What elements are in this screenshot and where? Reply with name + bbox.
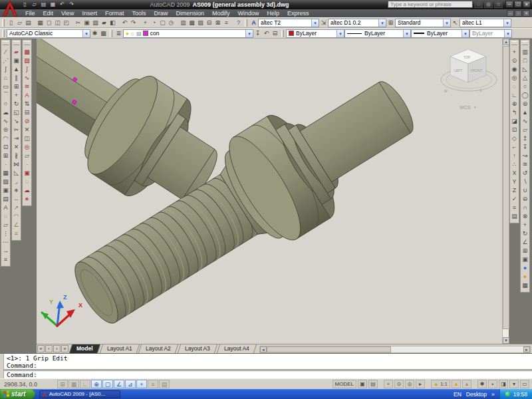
layer-states-icon[interactable]: ⊟ [271, 29, 279, 38]
dim-radius-icon[interactable]: ◠ [12, 211, 21, 220]
continuous-orbit-icon[interactable]: ◌ [510, 82, 519, 90]
prev-tab-button[interactable]: ‹ [45, 345, 53, 352]
search-icon[interactable]: ◌ [474, 1, 483, 8]
otrack-toggle[interactable]: ∠ [114, 380, 124, 388]
point-style-icon[interactable]: ∙ [23, 160, 31, 168]
drawing-viewport[interactable]: W S TOP LEFT FRONT WCS ▾ Z Y [37, 39, 502, 344]
horizontal-scrollbar[interactable]: ◄ ► [259, 346, 531, 353]
viewcube-wcs-menu[interactable]: WCS [460, 105, 471, 110]
sphere-icon[interactable]: ○ [521, 82, 529, 90]
ucs-icon[interactable]: ∟ [510, 90, 519, 99]
extrude-icon[interactable]: ↥ [521, 134, 529, 142]
polar-toggle[interactable]: ⊕ [91, 380, 102, 388]
workspace-combo[interactable]: AutoCAD Classic▾ [7, 29, 90, 38]
steering-wheel-icon[interactable]: ◎ [405, 380, 414, 388]
dim-aligned-icon[interactable]: ↗ [12, 203, 21, 211]
revolve-icon[interactable]: ↺ [521, 168, 529, 177]
interface-icon[interactable]: ◨ [499, 380, 508, 388]
layout-space-icon[interactable]: ▤ [368, 380, 378, 388]
save-icon[interactable]: ▤ [40, 1, 47, 8]
osnap-toggle[interactable]: ▢ [102, 380, 113, 388]
quick-dim-icon[interactable]: ≡ [12, 229, 21, 237]
dim-angular-icon[interactable]: ∠ [12, 220, 21, 229]
infocenter-search-input[interactable] [388, 1, 473, 8]
view-ucs-icon[interactable]: ◇ [510, 134, 519, 142]
box-icon[interactable]: □ [521, 56, 529, 65]
world-ucs-icon[interactable]: ⊕ [510, 99, 519, 108]
scroll-left-arrow[interactable]: ◄ [260, 346, 267, 352]
layer-on-icon[interactable]: ● [126, 31, 129, 37]
rectangle-icon[interactable]: ▭ [1, 82, 10, 90]
sheetset-manager-icon[interactable]: ⊟ [205, 19, 213, 27]
ortho-toggle[interactable]: ∟ [80, 380, 90, 388]
showmotion-icon[interactable]: ▸ [416, 380, 425, 388]
polygon-icon[interactable]: ⌂ [1, 73, 10, 82]
redo-icon[interactable]: ↷ [129, 19, 138, 27]
viewcube-left-face[interactable]: LEFT [454, 68, 462, 72]
cut-icon[interactable]: ✂ [74, 19, 82, 27]
edit-spline-icon[interactable]: ∿ [23, 73, 31, 82]
trim-icon[interactable]: ✂ [12, 125, 21, 134]
table-style-combo[interactable]: Standard▾ [395, 19, 451, 27]
edit-multiline-icon[interactable]: ≋ [23, 82, 31, 90]
gradient-icon[interactable]: ▨ [1, 177, 10, 186]
pan-icon[interactable]: + [141, 19, 150, 27]
measure-icon[interactable]: ⋯ [1, 237, 10, 246]
offset-icon[interactable]: ∥ [12, 73, 21, 82]
zoom-realtime-icon[interactable]: ⊙ [510, 56, 519, 65]
autocad-logo-icon[interactable] [1, 0, 19, 17]
origin-ucs-icon[interactable]: ⌐ [510, 142, 519, 151]
draw-order-icon[interactable]: ▩ [23, 47, 31, 56]
free-orbit-icon[interactable]: ◎ [510, 73, 519, 82]
viewcube-top-face[interactable]: TOP [464, 55, 471, 59]
publish-icon[interactable]: ◫ [53, 19, 62, 27]
command-line-window[interactable]: <1>: 1 Grip Edit Command: Command: [0, 353, 532, 378]
command-splitter[interactable] [4, 369, 532, 371]
lineweight-combo[interactable]: ByLayer▾ [411, 29, 469, 38]
subtract-icon[interactable]: ⊖ [521, 194, 529, 203]
layer-lock-icon[interactable]: ▤ [136, 31, 142, 37]
help-icon[interactable]: ? [234, 19, 243, 27]
first-tab-button[interactable]: « [37, 345, 45, 352]
viewcube[interactable]: W S TOP LEFT FRONT WCS ▾ [441, 49, 497, 110]
slice-icon[interactable]: ∖ [521, 177, 529, 186]
interfere-icon[interactable]: ⊗ [521, 211, 529, 220]
3d-move-icon[interactable]: + [521, 220, 529, 229]
extend-icon[interactable]: ⇥ [12, 134, 21, 142]
edit-polyline-icon[interactable]: ʃ [23, 65, 31, 73]
last-tab-button[interactable]: » [61, 345, 68, 352]
named-ucs-icon[interactable]: ≡ [510, 203, 519, 211]
cylinder-icon[interactable]: ◯ [521, 90, 529, 99]
mdi-close-button[interactable]: ✕ [523, 10, 530, 17]
intersect-icon[interactable]: ∩ [521, 203, 529, 211]
scroll-thumb[interactable] [503, 46, 509, 329]
clean-screen-button[interactable]: ▭ [520, 380, 529, 388]
vertical-scrollbar[interactable]: ▲ ▼ [502, 39, 509, 344]
ray-icon[interactable]: → [1, 246, 10, 255]
make-object-layer-current-icon[interactable]: ↧ [253, 29, 262, 38]
dim-linear-icon[interactable]: ↔ [12, 194, 21, 203]
block-editor-icon[interactable]: ◧ [108, 19, 117, 27]
undo-icon[interactable]: ↶ [59, 1, 66, 8]
materials-icon[interactable]: ▦ [521, 281, 529, 289]
multileader-style-combo[interactable]: altec L1▾ [460, 19, 511, 27]
wipeout-icon[interactable]: ▱ [23, 151, 31, 160]
toolbar-lock-icon[interactable]: ▪ [488, 380, 497, 388]
copy-icon[interactable]: ▣ [12, 56, 21, 65]
stretch-icon[interactable]: ↘ [12, 116, 21, 125]
toolbar-grip[interactable] [281, 30, 284, 37]
donut-icon[interactable]: ◎ [23, 142, 31, 151]
arc-icon[interactable]: ⌒ [1, 90, 10, 99]
image-icon[interactable]: ◫ [23, 134, 31, 142]
cone-icon[interactable]: △ [521, 73, 529, 82]
erase-icon[interactable]: ▰ [12, 47, 21, 56]
desktop-toolbar-label[interactable]: Desktop [466, 391, 487, 398]
orbit-icon[interactable]: ◉ [510, 65, 519, 73]
copy-icon[interactable]: ▣ [82, 19, 91, 27]
chevron-down-icon[interactable]: ▾ [82, 30, 90, 37]
command-window-grip[interactable] [0, 354, 4, 379]
toolbar-grip[interactable] [110, 30, 112, 37]
annotation-visibility-icon[interactable]: ▲ [452, 380, 461, 388]
layer-properties-manager-icon[interactable]: ≣ [114, 29, 123, 38]
annotation-scale-button[interactable]: ▲ 1:1 [431, 380, 450, 388]
